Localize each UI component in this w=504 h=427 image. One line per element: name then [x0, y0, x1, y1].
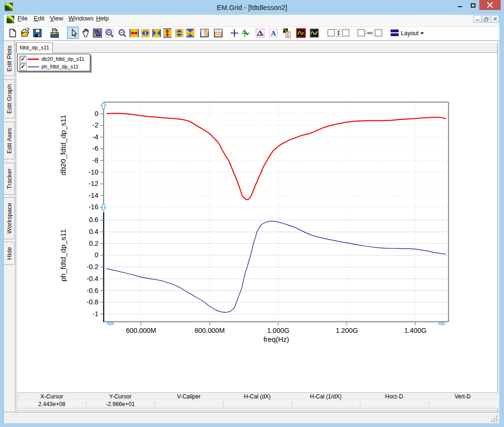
svg-text:freq(Hz): freq(Hz) — [263, 335, 289, 343]
svg-text:-8: -8 — [92, 156, 98, 164]
svg-text:800.000M: 800.000M — [194, 327, 225, 334]
svg-text:-0.6: -0.6 — [87, 287, 98, 294]
svg-text:ph_fdtd_dp_s11: ph_fdtd_dp_s11 — [59, 229, 67, 281]
svg-text:-1: -1 — [92, 310, 98, 318]
svg-text:-4: -4 — [92, 133, 98, 141]
svg-text:-6: -6 — [92, 145, 98, 152]
svg-text:1.400G: 1.400G — [404, 327, 426, 334]
svg-text:600.000M: 600.000M — [126, 327, 156, 334]
svg-text:-0.4: -0.4 — [87, 275, 98, 282]
svg-text:-10: -10 — [88, 168, 98, 176]
svg-text:0: 0 — [95, 251, 98, 259]
svg-text:-2: -2 — [92, 121, 98, 129]
svg-text:1.200G: 1.200G — [336, 327, 358, 334]
svg-text:0: 0 — [95, 110, 98, 117]
svg-text:1.000G: 1.000G — [267, 327, 290, 334]
svg-text:0.6: 0.6 — [89, 216, 98, 223]
svg-text:-0.8: -0.8 — [87, 298, 98, 306]
svg-text:-12: -12 — [88, 180, 98, 187]
svg-text:0.2: 0.2 — [89, 240, 98, 247]
svg-text:db20_fdtd_dp_s11: db20_fdtd_dp_s11 — [59, 115, 67, 175]
svg-text:-0.2: -0.2 — [87, 263, 98, 271]
svg-text:-14: -14 — [88, 192, 98, 199]
svg-text:-16: -16 — [88, 203, 98, 211]
svg-text:0.4: 0.4 — [89, 228, 98, 235]
